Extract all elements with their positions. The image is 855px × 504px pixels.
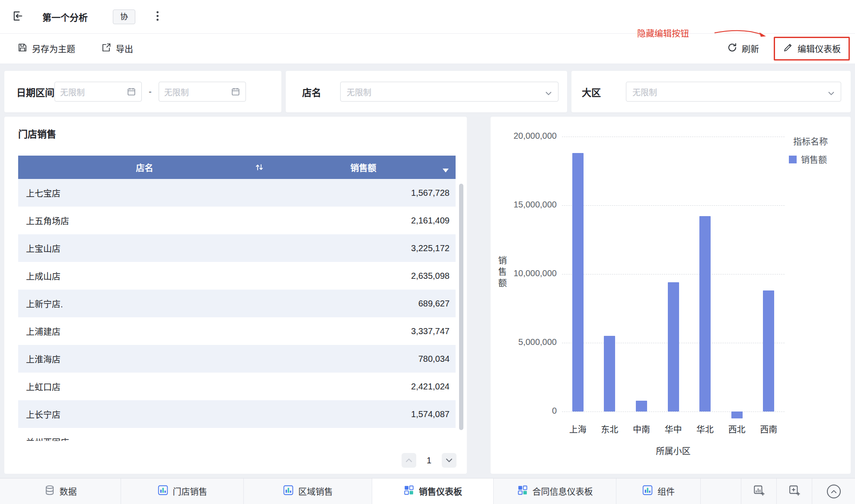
export-button[interactable]: 导出 bbox=[101, 42, 133, 55]
chevron-down-icon bbox=[446, 457, 453, 464]
y-tick-label: 20,000,000 bbox=[501, 131, 557, 141]
refresh-button[interactable]: 刷新 bbox=[727, 42, 759, 55]
page-down-button[interactable] bbox=[442, 453, 456, 468]
sales-value-cell: 3,225,172 bbox=[271, 243, 456, 253]
new-component-button[interactable] bbox=[741, 478, 776, 504]
tab-region-sales[interactable]: 区域销售 bbox=[244, 478, 372, 504]
save-icon bbox=[17, 42, 28, 55]
table-row[interactable]: 上长宁店1,574,087 bbox=[18, 400, 456, 428]
store-name-cell: 上宝山店 bbox=[18, 242, 271, 255]
tab-sales-dashboard[interactable]: 销售仪表板 bbox=[372, 478, 494, 504]
date-range-label: 日期区间 bbox=[16, 85, 54, 99]
sales-value-cell: 2,635,098 bbox=[271, 271, 456, 281]
store-name-cell: 上虹口店 bbox=[18, 380, 271, 393]
y-tick-label: 10,000,000 bbox=[501, 268, 557, 278]
chevron-down-icon bbox=[545, 89, 552, 94]
add-dashboard-icon bbox=[788, 485, 801, 498]
x-category-label: 华北 bbox=[689, 423, 721, 435]
region-select[interactable]: 无限制 bbox=[626, 82, 841, 102]
collaboration-badge-button[interactable]: 协 bbox=[113, 10, 135, 24]
table-row[interactable]: 上七宝店1,567,728 bbox=[18, 179, 456, 207]
collapse-tabbar-button[interactable] bbox=[812, 478, 855, 504]
annotation-highlight-box: 编辑仪表板 bbox=[774, 37, 850, 61]
add-chart-icon bbox=[753, 485, 765, 498]
date-start-input[interactable]: 无限制 bbox=[54, 82, 142, 102]
table-row[interactable]: 上淮海店780,034 bbox=[18, 345, 456, 373]
calendar-icon[interactable] bbox=[127, 87, 136, 96]
sales-value-cell: 2,421,024 bbox=[271, 382, 456, 392]
new-dashboard-button[interactable] bbox=[776, 478, 812, 504]
column-header-sales[interactable]: 销售额 bbox=[271, 156, 456, 179]
store-select[interactable]: 无限制 bbox=[340, 82, 558, 102]
save-as-theme-button[interactable]: 另存为主题 bbox=[17, 42, 75, 55]
store-filter-card: 店名 无限制 bbox=[286, 71, 567, 112]
edit-pencil-icon bbox=[783, 42, 793, 55]
tab-store-sales[interactable]: 门店销售 bbox=[121, 478, 244, 504]
bar-华北[interactable] bbox=[699, 216, 711, 411]
table-row[interactable]: 上虹口店2,421,024 bbox=[18, 373, 456, 400]
y-tick-label: 0 bbox=[501, 406, 557, 416]
tab-label: 组件 bbox=[657, 485, 675, 498]
collapse-circle bbox=[827, 485, 841, 498]
legend-label: 销售额 bbox=[801, 153, 827, 166]
chevron-down-icon bbox=[828, 89, 835, 94]
tabbar-spacer bbox=[701, 478, 741, 504]
bar-chart: 销售额 所属小区 指标名称 销售额 05,000,00010,000,00015… bbox=[491, 117, 851, 474]
region-select-placeholder: 无限制 bbox=[632, 86, 657, 98]
bar-东北[interactable] bbox=[604, 336, 615, 411]
tab-label: 合同信息仪表板 bbox=[533, 485, 593, 498]
pagination: 1 bbox=[402, 453, 456, 468]
table-row[interactable]: 上五角场店2,161,409 bbox=[18, 207, 456, 234]
bar-chart-icon bbox=[157, 485, 169, 498]
bar-华中[interactable] bbox=[668, 282, 679, 411]
edit-dashboard-button[interactable]: 编辑仪表板 bbox=[783, 42, 841, 55]
date-end-input[interactable]: 无限制 bbox=[159, 82, 246, 102]
column-header-store-label: 店名 bbox=[136, 161, 153, 174]
sales-value-cell: 1,574,087 bbox=[271, 409, 456, 419]
store-name-cell: 上成山店 bbox=[18, 270, 271, 282]
bar-上海[interactable] bbox=[572, 153, 584, 411]
sort-icon[interactable] bbox=[255, 163, 264, 172]
page-up-button[interactable] bbox=[402, 453, 416, 468]
tab-data[interactable]: 数据 bbox=[0, 478, 121, 504]
store-sales-card: 门店销售 店名 销售额 上七宝店1,567,728上五角场店2,161,409上… bbox=[4, 117, 467, 474]
calendar-icon[interactable] bbox=[231, 87, 240, 96]
exit-icon bbox=[12, 10, 24, 23]
bar-西北[interactable] bbox=[731, 411, 743, 418]
y-tick-label: 5,000,000 bbox=[501, 337, 557, 347]
table-card-title: 门店销售 bbox=[18, 126, 56, 140]
table-row[interactable]: 上新宁店.689,627 bbox=[18, 290, 456, 317]
sales-value-cell: 2,161,409 bbox=[271, 216, 456, 226]
region-sales-chart-card: 销售额 所属小区 指标名称 销售额 05,000,00010,000,00015… bbox=[491, 117, 851, 474]
chevron-up-icon bbox=[831, 488, 837, 495]
chevron-up-icon bbox=[405, 457, 412, 464]
exit-back-button[interactable] bbox=[11, 10, 24, 23]
tab-components[interactable]: 组件 bbox=[616, 478, 701, 504]
annotation-text: 隐藏编辑按钮 bbox=[637, 27, 689, 39]
sales-value-cell: 3,337,747 bbox=[271, 326, 456, 336]
table-row[interactable]: 上宝山店3,225,172 bbox=[18, 234, 456, 262]
store-name-cell: 上五角场店 bbox=[18, 214, 271, 227]
gridline bbox=[562, 137, 785, 137]
more-menu-button[interactable] bbox=[153, 11, 161, 22]
table-row[interactable]: 上成山店2,635,098 bbox=[18, 262, 456, 290]
table-row[interactable]: 上浦建店3,337,747 bbox=[18, 317, 456, 345]
database-icon bbox=[44, 485, 55, 498]
bar-中南[interactable] bbox=[636, 401, 647, 411]
region-filter-card: 大区 无限制 bbox=[571, 71, 851, 112]
table-scrollbar-thumb[interactable] bbox=[459, 184, 463, 430]
store-filter-label: 店名 bbox=[302, 85, 321, 99]
legend-item[interactable]: 销售额 bbox=[789, 153, 827, 166]
export-label: 导出 bbox=[116, 42, 133, 55]
table-header-row: 店名 销售额 bbox=[18, 156, 456, 179]
tab-contract-dashboard[interactable]: 合同信息仪表板 bbox=[494, 478, 616, 504]
refresh-label: 刷新 bbox=[742, 42, 759, 55]
tab-label: 销售仪表板 bbox=[419, 485, 462, 498]
table-row[interactable]: 兰州西固店 bbox=[18, 428, 456, 441]
date-range-filter-card: 日期区间 无限制 - 无限制 bbox=[4, 71, 281, 112]
bar-西南[interactable] bbox=[763, 290, 774, 411]
column-header-store[interactable]: 店名 bbox=[18, 156, 271, 179]
filter-row: 日期区间 无限制 - 无限制 店名 无限制 bbox=[4, 71, 851, 112]
filter-triangle-icon[interactable] bbox=[443, 165, 449, 169]
refresh-icon bbox=[727, 42, 737, 55]
